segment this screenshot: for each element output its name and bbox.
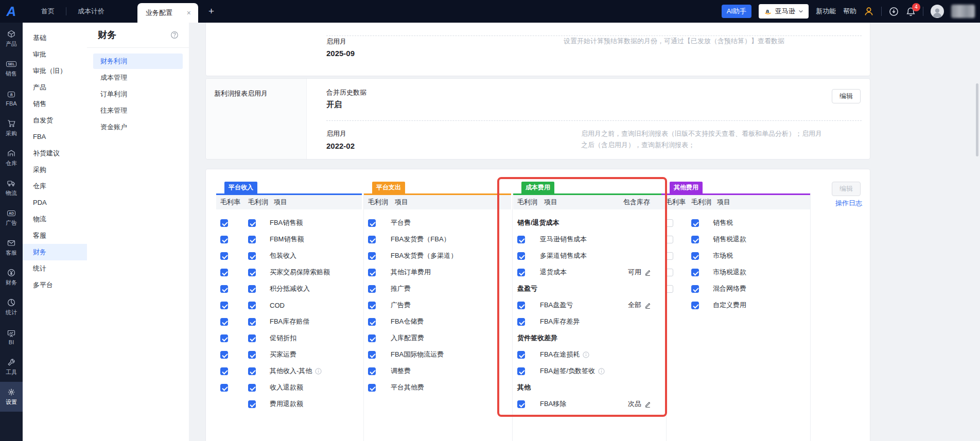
sidebar-item-销售[interactable]: 销售 bbox=[23, 96, 87, 112]
checked-checkbox[interactable] bbox=[691, 219, 699, 227]
checked-checkbox[interactable] bbox=[248, 318, 256, 326]
rail-item-产品[interactable]: 产品 bbox=[0, 24, 23, 54]
checked-checkbox[interactable] bbox=[691, 302, 699, 309]
tab-成本计价[interactable]: 成本计价 bbox=[66, 7, 116, 16]
checked-checkbox[interactable] bbox=[248, 334, 256, 342]
checked-checkbox[interactable] bbox=[691, 236, 699, 243]
checked-checkbox[interactable] bbox=[220, 367, 228, 375]
app-logo[interactable]: A bbox=[0, 0, 23, 23]
download-icon[interactable] bbox=[889, 7, 899, 16]
notifications-bell-icon[interactable]: 4 bbox=[906, 7, 916, 16]
checked-checkbox[interactable] bbox=[220, 269, 228, 276]
checked-checkbox[interactable] bbox=[517, 318, 525, 326]
checked-checkbox[interactable] bbox=[368, 269, 376, 276]
checked-checkbox[interactable] bbox=[368, 302, 376, 309]
unchecked-checkbox[interactable] bbox=[666, 236, 673, 243]
help-link[interactable]: 帮助 bbox=[843, 7, 856, 16]
table-edit-button[interactable]: 编辑 bbox=[832, 182, 861, 196]
sidebar-item-基础[interactable]: 基础 bbox=[23, 30, 87, 46]
checked-checkbox[interactable] bbox=[248, 252, 256, 260]
menu-item-财务利润[interactable]: 财务利润 bbox=[93, 54, 183, 69]
edit-pencil-icon[interactable] bbox=[644, 401, 651, 408]
checked-checkbox[interactable] bbox=[248, 219, 256, 227]
checked-checkbox[interactable] bbox=[517, 236, 525, 243]
sidebar-item-PDA[interactable]: PDA bbox=[23, 195, 87, 211]
vertical-scrollbar[interactable] bbox=[976, 83, 978, 156]
rail-item-财务[interactable]: 财务 bbox=[0, 262, 23, 292]
unchecked-checkbox[interactable] bbox=[666, 285, 673, 293]
checked-checkbox[interactable] bbox=[220, 302, 228, 309]
checked-checkbox[interactable] bbox=[368, 367, 376, 375]
checked-checkbox[interactable] bbox=[220, 219, 228, 227]
checked-checkbox[interactable] bbox=[517, 400, 525, 408]
rail-item-采购[interactable]: 采购 bbox=[0, 113, 23, 143]
checked-checkbox[interactable] bbox=[517, 302, 525, 309]
checked-checkbox[interactable] bbox=[220, 351, 228, 359]
scope-tag[interactable]: 次品 bbox=[628, 399, 651, 409]
tab-close-icon[interactable]: × bbox=[186, 9, 192, 17]
user-avatar[interactable] bbox=[931, 5, 944, 18]
checked-checkbox[interactable] bbox=[248, 236, 256, 243]
checked-checkbox[interactable] bbox=[220, 334, 228, 342]
checked-checkbox[interactable] bbox=[368, 285, 376, 293]
rail-item-设置[interactable]: 设置 bbox=[0, 382, 23, 412]
checked-checkbox[interactable] bbox=[220, 318, 228, 326]
checked-checkbox[interactable] bbox=[248, 269, 256, 276]
rail-item-销售[interactable]: SEL销售 bbox=[0, 54, 23, 83]
menu-item-成本管理[interactable]: 成本管理 bbox=[93, 70, 183, 85]
sidebar-item-审批（旧）[interactable]: 审批（旧） bbox=[23, 63, 87, 79]
checked-checkbox[interactable] bbox=[368, 334, 376, 342]
checked-checkbox[interactable] bbox=[248, 302, 256, 309]
new-features-link[interactable]: 新功能 bbox=[816, 7, 836, 16]
menu-item-资金账户[interactable]: 资金账户 bbox=[93, 119, 183, 135]
sidebar-item-财务[interactable]: 财务 bbox=[23, 244, 87, 260]
unchecked-checkbox[interactable] bbox=[666, 219, 673, 227]
checked-checkbox[interactable] bbox=[691, 285, 699, 293]
checked-checkbox[interactable] bbox=[517, 351, 525, 359]
sidebar-item-多平台[interactable]: 多平台 bbox=[23, 277, 87, 293]
sidebar-item-审批[interactable]: 审批 bbox=[23, 46, 87, 63]
checked-checkbox[interactable] bbox=[368, 351, 376, 359]
platform-selector[interactable]: a 亚马逊 bbox=[759, 4, 809, 19]
checked-checkbox[interactable] bbox=[248, 400, 256, 408]
ai-assistant-button[interactable]: AI助手 bbox=[722, 5, 751, 18]
menu-item-订单利润[interactable]: 订单利润 bbox=[93, 86, 183, 102]
sidebar-item-仓库[interactable]: 仓库 bbox=[23, 178, 87, 195]
unchecked-checkbox[interactable] bbox=[666, 269, 673, 276]
edit-pencil-icon[interactable] bbox=[644, 269, 651, 276]
sidebar-item-自发货[interactable]: 自发货 bbox=[23, 112, 87, 129]
checked-checkbox[interactable] bbox=[691, 252, 699, 260]
checked-checkbox[interactable] bbox=[368, 219, 376, 227]
rail-item-FBA[interactable]: aFBA bbox=[0, 83, 23, 113]
unchecked-checkbox[interactable] bbox=[666, 252, 673, 260]
checked-checkbox[interactable] bbox=[691, 269, 699, 276]
sidebar-item-物流[interactable]: 物流 bbox=[23, 211, 87, 227]
tab-active-业务配置[interactable]: 业务配置× bbox=[137, 3, 198, 23]
edit-button[interactable]: 编辑 bbox=[832, 89, 861, 103]
checked-checkbox[interactable] bbox=[368, 318, 376, 326]
new-tab-button[interactable]: + bbox=[208, 6, 214, 17]
checked-checkbox[interactable] bbox=[368, 236, 376, 243]
checked-checkbox[interactable] bbox=[248, 384, 256, 392]
scope-tag[interactable]: 全部 bbox=[628, 301, 651, 310]
sidebar-item-采购[interactable]: 采购 bbox=[23, 162, 87, 178]
sidebar-item-统计[interactable]: 统计 bbox=[23, 260, 87, 277]
help-question-icon[interactable] bbox=[170, 31, 179, 39]
checked-checkbox[interactable] bbox=[220, 285, 228, 293]
operation-log-link[interactable]: 操作日志 bbox=[835, 199, 862, 208]
sidebar-item-补货建议[interactable]: 补货建议 bbox=[23, 145, 87, 162]
menu-item-往来管理[interactable]: 往来管理 bbox=[93, 103, 183, 118]
rail-item-客服[interactable]: 客服 bbox=[0, 233, 23, 262]
checked-checkbox[interactable] bbox=[368, 252, 376, 260]
checked-checkbox[interactable] bbox=[248, 285, 256, 293]
rail-item-广告[interactable]: AD广告 bbox=[0, 203, 23, 233]
checked-checkbox[interactable] bbox=[248, 351, 256, 359]
checked-checkbox[interactable] bbox=[517, 367, 525, 375]
checked-checkbox[interactable] bbox=[220, 384, 228, 392]
sidebar-item-产品[interactable]: 产品 bbox=[23, 79, 87, 96]
rail-item-仓库[interactable]: 仓库 bbox=[0, 143, 23, 173]
scope-tag[interactable]: 可用 bbox=[628, 268, 651, 277]
sidebar-item-客服[interactable]: 客服 bbox=[23, 227, 87, 244]
checked-checkbox[interactable] bbox=[368, 384, 376, 392]
rail-item-统计[interactable]: 统计 bbox=[0, 292, 23, 322]
